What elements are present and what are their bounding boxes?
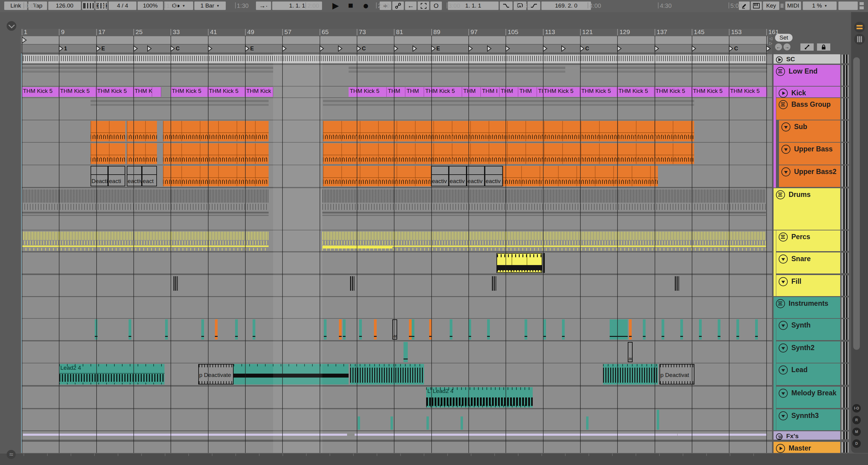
track-name[interactable]: Melody Break [791,389,837,397]
time-ruler[interactable] [0,454,868,465]
locator-flag[interactable] [468,45,473,52]
clip[interactable] [562,319,565,339]
clip[interactable] [358,417,360,430]
lock-envelopes-button[interactable] [817,43,830,51]
locator-flag[interactable] [617,45,622,52]
clip[interactable] [323,166,431,186]
locator-flag[interactable]: C [170,45,180,52]
clip[interactable] [339,319,342,339]
track-name[interactable]: Drums [788,190,811,199]
locator-flag[interactable]: E [96,45,105,52]
midi-overdub-icon[interactable] [392,1,404,10]
track-header-sub[interactable]: Sub [779,120,840,142]
cpu-meter[interactable]: 1 %▼ [803,1,837,10]
clip[interactable]: THM Kick 5 [424,87,462,97]
locator-flag[interactable]: C [357,45,366,52]
track-name[interactable]: Fx's [786,433,799,439]
clip[interactable]: eactiv [467,166,485,186]
locator-flag[interactable] [766,45,771,52]
clip[interactable]: THM [499,87,518,97]
track-name[interactable]: Percs [791,232,810,241]
track-header-percs[interactable]: Percs [776,230,840,251]
clip[interactable]: THM Kick 5 [96,87,133,97]
track-name[interactable]: Master [788,443,811,453]
clip[interactable] [323,100,694,106]
locator-flag[interactable] [692,45,696,52]
clip[interactable]: eactiv [485,166,503,186]
clip[interactable] [629,319,632,339]
fold-track-icon[interactable] [779,255,788,264]
clip[interactable] [359,319,362,339]
clip[interactable] [253,319,255,339]
clip[interactable] [487,319,490,339]
clip[interactable] [323,143,694,164]
next-locator-button[interactable]: → [783,43,790,51]
clip[interactable] [323,121,694,141]
clip[interactable] [374,319,377,339]
track-header-lead[interactable]: Lead [776,363,840,385]
clip[interactable] [409,319,412,339]
locator-flag[interactable] [394,45,398,52]
locator-flag[interactable] [561,45,566,52]
clip[interactable] [525,319,527,339]
clip[interactable]: Lead2 4 [59,364,164,385]
fold-track-icon[interactable] [781,123,790,131]
clip[interactable] [755,319,758,339]
clip[interactable] [152,87,161,97]
clip[interactable]: p Deactivate [198,364,234,385]
fold-track-icon[interactable] [779,389,788,398]
punch-in-icon[interactable] [500,1,513,10]
track-name[interactable]: Fill [791,277,801,286]
scrub-marker-icon[interactable] [22,37,27,43]
group-track-icon[interactable] [779,232,788,241]
clip[interactable]: THM Kick 5 [59,87,96,97]
clip[interactable]: p Deactivat [659,364,694,385]
locator-flag[interactable] [133,45,138,52]
clip[interactable] [391,417,393,430]
clip[interactable]: ac [628,342,632,362]
panel-toggle-i-o[interactable]: I·O [852,404,861,412]
clip[interactable]: THM Kick 5 [617,87,654,97]
clip[interactable] [324,319,327,339]
time-signature-field[interactable]: 4 / 4 [108,1,136,10]
track-name[interactable]: Snare [791,254,811,263]
clip[interactable]: Deactiv [91,166,108,186]
locator-flag[interactable]: C [729,45,738,52]
clip[interactable] [163,166,269,186]
group-track-icon[interactable] [779,100,788,109]
back-to-arrangement-button[interactable]: ← [405,1,416,10]
group-track-icon[interactable] [776,299,785,308]
track-name[interactable]: Bass Group [791,100,831,109]
clip[interactable] [343,319,346,339]
track-header-snare[interactable]: Snare [776,253,840,273]
clip[interactable] [580,67,767,73]
clip[interactable] [127,143,157,164]
clip[interactable] [586,417,589,430]
locator-flag[interactable] [543,45,548,52]
track-header-fx-s[interactable]: Fx's [774,431,840,440]
clip[interactable]: L [426,387,432,407]
locator-flag[interactable] [487,45,492,52]
clip[interactable] [91,100,269,106]
prev-locator-button[interactable]: ← [775,43,782,51]
clip[interactable]: THM Kick 5 [654,87,692,97]
clip[interactable]: THM Kick 5 [170,87,208,97]
close-view-chevron-button[interactable] [7,21,16,31]
clip[interactable] [661,319,664,339]
clip[interactable] [643,319,646,339]
track-header-synth[interactable]: Synth [776,319,840,340]
mixer-view-icon[interactable] [854,34,865,45]
clip[interactable] [680,319,683,339]
vertical-scrollbar[interactable] [853,57,860,350]
panel-toggle-d[interactable]: D [852,439,861,448]
clip[interactable] [322,189,766,218]
locator-flag[interactable]: E [245,45,254,52]
clip[interactable]: THM Kick 5 [349,87,386,97]
fold-track-icon[interactable] [779,321,788,330]
scroll-right-icon[interactable]: ▷ [768,41,773,45]
clip[interactable] [395,364,424,385]
track-header-bass-group[interactable]: Bass Group [776,98,840,120]
clip[interactable]: THM [518,87,537,97]
clip[interactable] [543,319,546,339]
track-name[interactable]: Instruments [788,299,829,308]
